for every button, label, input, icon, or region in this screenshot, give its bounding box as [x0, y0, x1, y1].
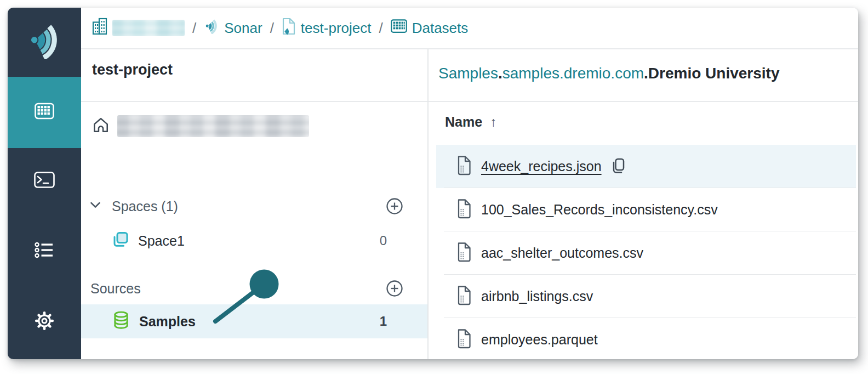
- sidebar-item-sql-runner[interactable]: [8, 148, 81, 214]
- tree-section-spaces[interactable]: Spaces (1): [81, 195, 427, 217]
- divider: [429, 101, 858, 102]
- file-name[interactable]: airbnb_listings.csv: [481, 288, 593, 304]
- file-name[interactable]: 4week_recipes.json: [481, 158, 602, 174]
- breadcrumb-organization[interactable]: [92, 18, 185, 39]
- file-name[interactable]: employees.parquet: [481, 332, 598, 348]
- samples-source-label: Samples: [139, 314, 196, 330]
- project-title: test-project: [92, 61, 173, 78]
- samples-source-count: 1: [380, 314, 387, 329]
- sonar-icon: [204, 19, 219, 38]
- database-icon: [112, 310, 130, 332]
- space1-label: Space1: [138, 233, 185, 249]
- dremio-app-window: / Sonar /: [8, 8, 858, 359]
- column-header-name-label: Name: [445, 114, 482, 130]
- dremio-logo-icon: [26, 23, 62, 61]
- sort-ascending-icon: ↑: [490, 114, 497, 130]
- sources-header-label: Sources: [90, 281, 141, 297]
- settings-gear-icon: [35, 311, 54, 333]
- space-icon: [112, 231, 129, 251]
- file-icon: [455, 241, 473, 265]
- datasets-grid-icon: [391, 19, 407, 38]
- breadcrumb-sonar-label: Sonar: [224, 20, 262, 37]
- dataset-path-title: Samples.samples.dremio.com.Dremio Univer…: [438, 65, 779, 82]
- breadcrumb-project[interactable]: test-project: [282, 18, 372, 39]
- breadcrumb-datasets[interactable]: Datasets: [391, 19, 469, 38]
- breadcrumb: / Sonar /: [81, 8, 858, 49]
- path-link-samples-dremio-com[interactable]: samples.dremio.com: [502, 65, 644, 82]
- sidebar-nav: [8, 8, 81, 359]
- file-row[interactable]: airbnb_listings.csv: [436, 275, 856, 318]
- file-icon: [455, 328, 473, 352]
- file-name[interactable]: 100_Sales_Records_inconsistency.csv: [481, 202, 718, 218]
- home-icon: [92, 116, 110, 136]
- breadcrumb-separator: /: [379, 20, 382, 37]
- file-row[interactable]: 100_Sales_Records_inconsistency.csv: [436, 188, 856, 231]
- divider: [81, 101, 427, 102]
- project-document-icon: [282, 18, 296, 39]
- column-header-name[interactable]: Name ↑: [445, 114, 497, 130]
- datasets-grid-icon: [35, 103, 54, 122]
- spaces-header-label: Spaces (1): [112, 199, 178, 214]
- file-row[interactable]: aac_shelter_outcomes.csv: [436, 231, 856, 275]
- file-row[interactable]: employees.parquet: [436, 318, 856, 359]
- sidebar-item-settings[interactable]: [8, 284, 81, 359]
- breadcrumb-project-label: test-project: [301, 20, 372, 37]
- file-row[interactable]: 4week_recipes.json: [436, 145, 856, 188]
- path-dot: .: [644, 65, 648, 82]
- breadcrumb-sonar[interactable]: Sonar: [204, 19, 262, 38]
- organization-name-redacted: [112, 20, 185, 36]
- tree-item-home[interactable]: [81, 113, 427, 139]
- path-dot: .: [498, 65, 502, 82]
- project-tree-panel: test-project Spaces (1): [81, 49, 429, 359]
- screenshot-stage: / Sonar /: [0, 0, 868, 374]
- space1-count: 0: [380, 233, 387, 248]
- file-list: 4week_recipes.json: [436, 145, 856, 359]
- home-label-redacted: [117, 115, 309, 137]
- breadcrumb-separator: /: [192, 20, 196, 37]
- breadcrumb-datasets-label: Datasets: [412, 20, 469, 37]
- dataset-browser-panel: Samples.samples.dremio.com.Dremio Univer…: [429, 49, 858, 359]
- chevron-down-icon[interactable]: [90, 201, 101, 211]
- path-current-folder: Dremio University: [648, 65, 780, 82]
- breadcrumb-separator: /: [270, 20, 274, 37]
- tree-item-samples[interactable]: Samples 1: [81, 304, 427, 338]
- file-icon: [455, 285, 473, 309]
- add-space-button[interactable]: [386, 197, 403, 215]
- sql-terminal-icon: [34, 172, 55, 190]
- sidebar-item-home-logo[interactable]: [8, 8, 81, 77]
- add-source-button[interactable]: [386, 280, 403, 297]
- file-name[interactable]: aac_shelter_outcomes.csv: [481, 245, 643, 261]
- tree-section-sources: Sources: [81, 277, 427, 299]
- sidebar-item-jobs[interactable]: [8, 218, 81, 284]
- file-icon: [455, 198, 473, 222]
- sidebar-item-datasets[interactable]: [8, 77, 81, 148]
- copy-path-icon[interactable]: [609, 157, 627, 177]
- organization-building-icon: [92, 18, 107, 39]
- path-link-samples[interactable]: Samples: [438, 65, 498, 82]
- jobs-list-icon: [35, 242, 54, 260]
- tree-item-space1[interactable]: Space1 0: [81, 228, 427, 253]
- file-icon: [455, 155, 473, 179]
